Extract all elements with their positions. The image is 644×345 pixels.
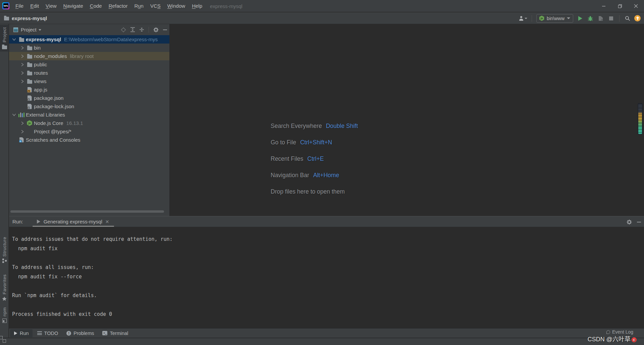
- tree-row[interactable]: External Libraries: [9, 111, 169, 119]
- menu-item-refactor[interactable]: Refactor: [105, 0, 131, 12]
- editor-area: Search EverywhereDouble ShiftGo to FileC…: [170, 24, 644, 216]
- navigation-breadcrumb[interactable]: express-mysql: [4, 15, 47, 21]
- chevron-right-icon[interactable]: [18, 46, 26, 50]
- tree-row[interactable]: Scratches and Consoles: [9, 136, 169, 144]
- chevron-right-icon[interactable]: [18, 54, 26, 58]
- tree-item-icon: {}: [26, 104, 33, 109]
- stripe-label: Structure: [2, 237, 7, 257]
- project-view-icon: [13, 27, 18, 32]
- debug-button[interactable]: [587, 15, 594, 22]
- expand-all-button[interactable]: [130, 27, 135, 32]
- menu-item-view[interactable]: View: [42, 0, 60, 12]
- shortcut-hint-line: Recent FilesCtrl+E: [271, 155, 358, 172]
- tree-item-icon: [18, 137, 25, 142]
- tree-row[interactable]: node_moduleslibrary root: [9, 52, 169, 60]
- tree-row[interactable]: bin: [9, 44, 169, 52]
- run-button[interactable]: [576, 15, 584, 22]
- stop-button[interactable]: [607, 15, 615, 22]
- tree-row[interactable]: jsNode.js Core16.13.1: [9, 119, 169, 127]
- tool-window-button-problems[interactable]: !Problems: [63, 329, 98, 337]
- tree-item-label: views: [34, 78, 47, 84]
- user-account-button[interactable]: [519, 16, 527, 21]
- run-panel-header: Run: Generating express-mysql ✕: [9, 216, 644, 227]
- chevron-down-icon[interactable]: [10, 113, 18, 116]
- external-libraries-icon: [18, 113, 24, 117]
- run-console-output[interactable]: To address issues that do not require at…: [9, 227, 644, 328]
- collapse-all-button[interactable]: [139, 27, 144, 32]
- menu-item-edit[interactable]: Edit: [27, 0, 42, 12]
- project-panel-title[interactable]: Project: [21, 27, 37, 32]
- chevron-right-icon[interactable]: [18, 71, 26, 75]
- menu-item-file[interactable]: File: [12, 0, 27, 12]
- horizontal-scrollbar[interactable]: [10, 210, 164, 213]
- tree-item-label: express-mysql: [26, 37, 61, 42]
- main-toolbar: express-mysql js bin\www: [0, 12, 644, 24]
- tool-window-button-todo[interactable]: TODO: [34, 329, 62, 337]
- empty-editor-shortcuts: Search EverywhereDouble ShiftGo to FileC…: [271, 123, 358, 205]
- play-icon: [14, 331, 17, 335]
- hide-run-panel-button[interactable]: [637, 220, 641, 224]
- tree-row[interactable]: express-mysqlE:\Webstorm\webStormData\ex…: [9, 35, 169, 44]
- tree-row[interactable]: JSapp.js: [9, 85, 169, 94]
- update-available-button[interactable]: [634, 15, 641, 21]
- tree-item-label: app.js: [34, 87, 47, 92]
- tree-item-label: Scratches and Consoles: [26, 137, 80, 143]
- menu-item-code[interactable]: Code: [87, 0, 105, 12]
- run-tool-window: Run: Generating express-mysql ✕ To addre…: [9, 216, 644, 328]
- chevron-right-icon[interactable]: [18, 63, 26, 67]
- tool-window-button-label: Problems: [73, 331, 94, 336]
- tree-row[interactable]: routes: [9, 69, 169, 77]
- console-line: npm audit fix: [12, 244, 644, 253]
- search-everywhere-button[interactable]: [624, 15, 631, 22]
- tree-row[interactable]: public: [9, 60, 169, 69]
- minimize-button[interactable]: [596, 0, 612, 12]
- event-log-icon: [606, 330, 610, 334]
- shortcut-label: Drop files here to open them: [271, 188, 345, 195]
- stripe-button-project[interactable]: Project: [0, 25, 9, 52]
- folder-icon: [27, 63, 32, 67]
- tree-item-icon: [26, 79, 33, 84]
- chevron-down-icon: [567, 17, 570, 19]
- tree-row[interactable]: {}package.json: [9, 94, 169, 102]
- panel-settings-button[interactable]: [153, 27, 159, 32]
- event-log-label: Event Log: [612, 329, 633, 335]
- tool-window-button-label: TODO: [44, 331, 58, 336]
- todo-list-icon: [37, 331, 42, 335]
- project-tool-window: Project express-: [9, 24, 170, 216]
- tree-item-label: bin: [34, 45, 41, 51]
- menu-item-window[interactable]: Window: [164, 0, 189, 12]
- toolbar-right-actions: js bin\www: [519, 12, 641, 24]
- scrollbar-marker-widget[interactable]: [638, 103, 643, 135]
- tree-row[interactable]: views: [9, 77, 169, 85]
- menu-item-vcs[interactable]: VCS: [147, 0, 164, 12]
- chevron-down-icon[interactable]: [10, 38, 18, 41]
- toolbar-separator: [532, 15, 532, 22]
- tree-row[interactable]: Project @types/*: [9, 127, 169, 136]
- shortcut-hint-line: Navigation BarAlt+Home: [271, 172, 358, 188]
- stripe-button-structure[interactable]: Structure: [0, 234, 9, 265]
- chevron-right-icon[interactable]: [18, 121, 26, 125]
- tool-window-button-terminal[interactable]: >_Terminal: [99, 329, 132, 337]
- stripe-button-npm[interactable]: npm: [0, 305, 9, 325]
- menu-item-navigate[interactable]: Navigate: [60, 0, 87, 12]
- event-log-button[interactable]: Event Log: [606, 329, 633, 335]
- chevron-right-icon[interactable]: [18, 130, 26, 134]
- run-with-coverage-button[interactable]: [597, 15, 604, 22]
- restore-button[interactable]: [612, 0, 628, 12]
- menu-item-help[interactable]: Help: [189, 0, 206, 12]
- tree-row[interactable]: {}package-lock.json: [9, 102, 169, 111]
- locate-file-button[interactable]: [121, 27, 126, 32]
- run-configuration-select[interactable]: js bin\www: [536, 14, 573, 23]
- menu-item-run[interactable]: Run: [131, 0, 147, 12]
- stripe-button-favorites[interactable]: Favorites: [0, 272, 9, 303]
- chevron-down-icon[interactable]: [39, 29, 41, 31]
- run-panel-settings-button[interactable]: [627, 219, 632, 225]
- tool-window-button-run[interactable]: Run: [10, 329, 33, 337]
- close-tab-icon[interactable]: ✕: [105, 219, 109, 224]
- close-button[interactable]: [628, 0, 644, 12]
- chevron-right-icon[interactable]: [18, 79, 26, 83]
- hide-panel-button[interactable]: [163, 27, 167, 32]
- structure-icon: [2, 259, 7, 263]
- tool-window-buttons: RunTODO!Problems>_Terminal: [9, 329, 132, 337]
- run-console-tab[interactable]: Generating express-mysql ✕: [33, 216, 114, 227]
